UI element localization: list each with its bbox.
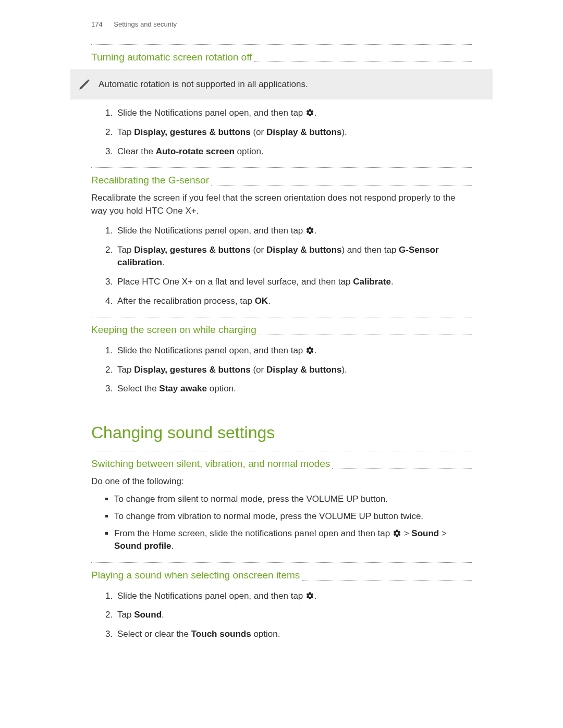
step-text: Tap xyxy=(117,365,134,375)
step-text: ) and then tap xyxy=(341,245,399,255)
step-text: Slide the Notifications panel open, and … xyxy=(117,346,305,355)
step-item: Tap Display, gestures & buttons (or Disp… xyxy=(115,126,472,139)
note-box: Automatic rotation is not supported in a… xyxy=(70,69,493,100)
list-item: To change from vibration to normal mode,… xyxy=(114,510,472,523)
step-text: . xyxy=(314,346,317,355)
step-text: (or xyxy=(251,245,266,255)
step-list: Slide the Notifications panel open, and … xyxy=(91,344,472,396)
list-item: From the Home screen, slide the notifica… xyxy=(114,527,472,553)
step-text: . xyxy=(268,296,271,306)
step-text: option. xyxy=(207,384,236,393)
step-text: . xyxy=(391,277,394,287)
paragraph: Recalibrate the screen if you feel that … xyxy=(91,192,472,217)
step-text: After the recalibration process, tap xyxy=(117,296,255,306)
divider xyxy=(91,562,472,563)
step-text: (or xyxy=(251,127,266,137)
bold-label: Display & buttons xyxy=(266,127,342,137)
settings-gear-icon xyxy=(305,346,314,355)
divider xyxy=(259,335,472,335)
bold-label: Display & buttons xyxy=(266,365,342,375)
step-item: Slide the Notifications panel open, and … xyxy=(115,344,472,357)
subheading: Turning automatic screen rotation off xyxy=(91,50,252,65)
bold-label: Sound xyxy=(134,610,162,620)
note-icon xyxy=(78,78,91,91)
step-text: Tap xyxy=(117,610,134,620)
bold-label: Sound xyxy=(411,528,439,538)
subheading-row: Switching between silent, vibration, and… xyxy=(91,453,472,471)
step-item: Tap Sound. xyxy=(115,609,472,622)
step-text: (or xyxy=(251,365,266,375)
step-text: option. xyxy=(251,629,280,639)
step-item: Tap Display, gestures & buttons (or Disp… xyxy=(115,364,472,377)
step-list: Slide the Notifications panel open, and … xyxy=(91,107,472,158)
step-text: Slide the Notifications panel open, and … xyxy=(117,108,305,118)
subheading-row: Recalibrating the G-sensor xyxy=(91,170,472,188)
subheading-row: Turning automatic screen rotation off xyxy=(91,47,472,65)
step-text: . xyxy=(162,257,165,267)
step-text: Slide the Notifications panel open, and … xyxy=(117,226,305,236)
settings-gear-icon xyxy=(305,108,314,118)
list-text: > xyxy=(439,528,447,538)
divider xyxy=(91,451,472,451)
step-text: . xyxy=(314,108,317,118)
step-text: ). xyxy=(341,127,347,137)
subheading: Switching between silent, vibration, and… xyxy=(91,456,330,471)
settings-gear-icon xyxy=(305,226,314,236)
divider xyxy=(91,317,472,317)
step-item: Clear the Auto-rotate screen option. xyxy=(115,145,472,158)
bullet-list: To change from silent to normal mode, pr… xyxy=(91,493,472,553)
bold-label: Display & buttons xyxy=(266,245,342,255)
step-item: Slide the Notifications panel open, and … xyxy=(115,590,472,603)
step-text: . xyxy=(162,610,164,620)
step-text: Select or clear the xyxy=(117,629,191,639)
step-text: Slide the Notifications panel open, and … xyxy=(117,591,305,601)
step-item: Slide the Notifications panel open, and … xyxy=(115,225,472,238)
bold-label: Display, gestures & buttons xyxy=(134,365,251,375)
list-item: To change from silent to normal mode, pr… xyxy=(114,493,472,506)
subheading: Playing a sound when selecting onscreen … xyxy=(91,568,300,583)
divider xyxy=(91,167,472,168)
step-text: . xyxy=(314,591,317,601)
bold-label: Touch sounds xyxy=(191,629,251,639)
list-text: From the Home screen, slide the notifica… xyxy=(114,528,393,538)
bold-label: Display, gestures & buttons xyxy=(134,245,251,255)
paragraph: Do one of the following: xyxy=(91,475,472,488)
step-text: Place HTC One X+ on a flat and level sur… xyxy=(117,277,353,287)
step-text: . xyxy=(314,226,317,236)
divider xyxy=(302,580,472,581)
running-header: 174 Settings and security xyxy=(91,20,472,30)
bold-label: Sound profile xyxy=(114,541,172,551)
divider xyxy=(211,185,472,186)
note-text: Automatic rotation is not supported in a… xyxy=(99,78,308,91)
step-text: option. xyxy=(235,146,264,156)
bold-label: OK xyxy=(255,296,268,306)
step-text: Tap xyxy=(117,127,134,137)
section-name: Settings and security xyxy=(114,20,177,28)
page-number: 174 xyxy=(91,20,103,28)
step-text: ). xyxy=(341,365,347,375)
bold-label: Stay awake xyxy=(159,384,207,393)
bold-label: Calibrate xyxy=(353,277,391,287)
bold-label: Display, gestures & buttons xyxy=(134,127,251,137)
subheading: Recalibrating the G-sensor xyxy=(91,173,209,188)
settings-gear-icon xyxy=(393,528,401,538)
step-item: Place HTC One X+ on a flat and level sur… xyxy=(115,276,472,289)
divider xyxy=(254,61,472,62)
step-item: Select the Stay awake option. xyxy=(115,382,472,396)
main-heading: Changing sound settings xyxy=(91,421,472,445)
divider xyxy=(332,468,472,469)
subheading-row: Keeping the screen on while charging xyxy=(91,319,472,337)
bold-label: Auto-rotate screen xyxy=(156,146,235,156)
divider xyxy=(91,44,472,45)
step-item: After the recalibration process, tap OK. xyxy=(115,295,472,308)
subheading: Keeping the screen on while charging xyxy=(91,323,256,337)
step-text: Tap xyxy=(117,245,134,255)
document-page: 174 Settings and security Turning automa… xyxy=(0,0,563,728)
settings-gear-icon xyxy=(305,591,314,601)
step-text: Select the xyxy=(117,384,159,393)
list-text: . xyxy=(172,541,174,551)
step-list: Slide the Notifications panel open, and … xyxy=(91,590,472,641)
list-text: > xyxy=(401,528,411,538)
step-item: Tap Display, gestures & buttons (or Disp… xyxy=(115,244,472,269)
step-text: Clear the xyxy=(117,146,156,156)
